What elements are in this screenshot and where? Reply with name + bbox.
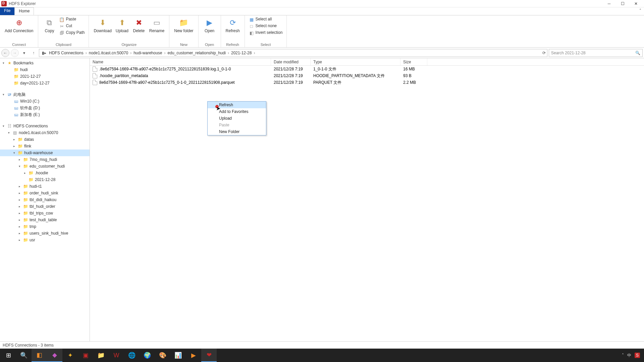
new-folder-button[interactable]: 📁New folder <box>172 16 195 35</box>
taskbar-app[interactable]: 🌍 <box>140 349 155 362</box>
tree-computer[interactable]: ▾🖳此电脑 <box>0 91 90 98</box>
tree-item[interactable]: 🖴Win10 (C:) <box>0 98 90 105</box>
ribbon-group-clipboard: ⧉ Copy 📋 Paste ✂ Cut 🗐 Copy Path Clipboa… <box>38 15 89 47</box>
nav-back-button[interactable]: ← <box>1 49 9 57</box>
col-date[interactable]: Date modified <box>271 58 311 65</box>
taskbar-app[interactable]: ▣ <box>78 349 93 362</box>
table-row[interactable]: .8e6d7594-1669-47f8-a907-e25b1c1c7275_20… <box>90 66 644 72</box>
add-connection-button[interactable]: ⊕ Add Connection <box>3 16 35 35</box>
tree-item[interactable]: 🖴软件盘 (D:) <box>0 105 90 111</box>
breadcrumb[interactable]: ▮▸ HDFS Connections› node1.itcast.cn:500… <box>39 49 547 57</box>
tree-item-hudi-warehouse[interactable]: ▾📁hudi-warehouse <box>0 149 90 156</box>
tree-item[interactable]: ▸📁flink <box>0 143 90 149</box>
minimize-button[interactable]: ─ <box>602 0 616 7</box>
tree-item[interactable]: ▸📁usr <box>0 237 90 243</box>
tree-item[interactable]: ▸📁users_sink_hudi_hive <box>0 230 90 237</box>
system-tray[interactable]: ˄ 中 S <box>619 353 643 358</box>
taskbar-app[interactable]: ❤ <box>201 349 217 362</box>
tree-item[interactable]: ▸📁hudi-t1 <box>0 183 90 190</box>
nav-history-button[interactable]: ▾ <box>20 49 28 57</box>
breadcrumb-seg[interactable]: 2021-12-28 <box>230 51 253 55</box>
tree-node[interactable]: ▾▤node1.itcast.cn:50070 <box>0 129 90 136</box>
tree-item[interactable]: 📁2021-12-28 <box>0 176 90 183</box>
breadcrumb-root-icon[interactable]: ▮▸ <box>41 51 48 55</box>
table-row[interactable]: .hoodie_partition_metadata2021/12/28 7:1… <box>90 72 644 79</box>
window-title: HDFS Explorer <box>9 1 602 6</box>
breadcrumb-seg[interactable]: HDFS Connections <box>48 51 85 55</box>
tree-item[interactable]: ▸📁7mo_msg_hudi <box>0 156 90 163</box>
tree-label: tbl_trips_cow <box>30 211 53 216</box>
context-new-folder[interactable]: New Folder <box>208 128 266 135</box>
tree-item[interactable]: ▸📁test_hudi_table <box>0 217 90 223</box>
taskbar-app[interactable]: ◧ <box>32 349 47 362</box>
tree-item[interactable]: 📁hudi <box>0 66 90 73</box>
taskbar-app[interactable]: 📊 <box>170 349 186 362</box>
col-size[interactable]: Size <box>400 58 427 65</box>
paste-button[interactable]: 📋 Paste <box>58 16 86 23</box>
rename-button[interactable]: ▭Rename <box>147 16 166 35</box>
tree-item[interactable]: 🖴新加卷 (E:) <box>0 111 90 118</box>
collapse-ribbon-button[interactable]: ˄ <box>637 7 644 15</box>
search-input[interactable] <box>551 51 635 55</box>
cut-button[interactable]: ✂ Cut <box>58 23 86 29</box>
copy-button[interactable]: ⧉ Copy <box>41 16 58 35</box>
col-type[interactable]: Type <box>311 58 400 65</box>
tree-item[interactable]: ▸📁tbl_trips_cow <box>0 210 90 217</box>
taskbar-app[interactable]: 📁 <box>93 349 109 362</box>
tree-item[interactable]: ▸📁tbl_hudi_order <box>0 203 90 210</box>
ime-indicator[interactable]: 中 <box>627 353 631 358</box>
upload-button[interactable]: ⬆Upload <box>114 16 130 35</box>
tree-hdfs-connections[interactable]: ▾☷HDFS Connections <box>0 123 90 129</box>
tree-bookmarks[interactable]: ▾★Bookmarks <box>0 60 90 66</box>
file-list-pane[interactable]: Name Date modified Type Size .8e6d7594-1… <box>90 58 644 341</box>
context-upload[interactable]: Upload <box>208 115 266 122</box>
taskbar-app[interactable]: 🌐 <box>124 349 140 362</box>
tree-item[interactable]: 📁2021-12-27 <box>0 73 90 80</box>
tree-item[interactable]: ▾📁edu_customer_hudi <box>0 163 90 170</box>
taskbar-app[interactable]: ▶ <box>186 349 201 362</box>
table-row[interactable]: 8e6d7594-1669-47f8-a907-e25b1c1c7275_0-1… <box>90 79 644 86</box>
taskbar-app[interactable]: 🎨 <box>155 349 170 362</box>
copy-path-button[interactable]: 🗐 Copy Path <box>58 29 86 36</box>
breadcrumb-seg[interactable]: node1.itcast.cn:50070 <box>88 51 129 55</box>
tree-item[interactable]: ▸📁datas <box>0 136 90 143</box>
download-button[interactable]: ⬇Download <box>92 16 113 35</box>
maximize-button[interactable]: ☐ <box>616 0 629 7</box>
taskbar-app[interactable]: W <box>109 349 124 362</box>
tree-item[interactable]: ▸📁tbl_didi_haikou <box>0 196 90 203</box>
cut-icon: ✂ <box>59 23 64 29</box>
breadcrumb-seg[interactable]: edu_customer_relationship_hudi <box>166 51 227 55</box>
taskbar-app[interactable]: ◆ <box>47 349 62 362</box>
tab-file[interactable]: File <box>0 7 14 15</box>
address-refresh-button[interactable]: ⟳ <box>542 51 546 55</box>
tree-item[interactable]: 📁day=2021-12-27 <box>0 80 90 86</box>
nav-forward-button[interactable]: → <box>11 49 19 57</box>
tree-label: node1.itcast.cn:50070 <box>19 130 58 135</box>
close-button[interactable]: ✕ <box>629 0 643 7</box>
select-none-button[interactable]: □Select none <box>248 23 284 29</box>
tray-chevron-icon[interactable]: ˄ <box>622 353 624 358</box>
search-box[interactable]: 🔍 <box>549 49 643 57</box>
file-type: PARQUET 文件 <box>311 80 400 85</box>
delete-button[interactable]: ✖Delete <box>130 16 147 35</box>
start-button[interactable]: ⊞ <box>1 349 16 362</box>
tab-home[interactable]: Home <box>14 7 34 15</box>
open-button[interactable]: ▶Open <box>201 16 218 35</box>
ribbon-group-organize: ⬇Download ⬆Upload ✖Delete ▭Rename Organi… <box>89 15 169 47</box>
tree-item[interactable]: ▸📁.hoodie <box>0 170 90 176</box>
invert-selection-button[interactable]: ◧Invert selection <box>248 29 284 36</box>
taskbar-app[interactable]: ✦ <box>62 349 78 362</box>
context-add-favorites[interactable]: Add to Favorites <box>208 108 266 115</box>
ime-indicator[interactable]: S <box>635 353 640 358</box>
select-all-button[interactable]: ▦Select all <box>248 16 284 23</box>
taskbar-search[interactable]: 🔍 <box>16 349 32 362</box>
tree-item[interactable]: ▸📁order_hudi_sink <box>0 190 90 196</box>
sidebar-tree[interactable]: ▾★Bookmarks 📁hudi 📁2021-12-27 📁day=2021-… <box>0 58 90 341</box>
tree-item[interactable]: ▸📁tmp <box>0 223 90 230</box>
datastore-plus-icon: ⊕ <box>14 17 24 28</box>
refresh-button[interactable]: ⟳Refresh <box>224 16 242 35</box>
breadcrumb-seg[interactable]: hudi-warehouse <box>132 51 163 55</box>
col-name[interactable]: Name <box>90 58 271 65</box>
nav-up-button[interactable]: ↑ <box>30 49 38 57</box>
file-icon <box>93 66 97 72</box>
